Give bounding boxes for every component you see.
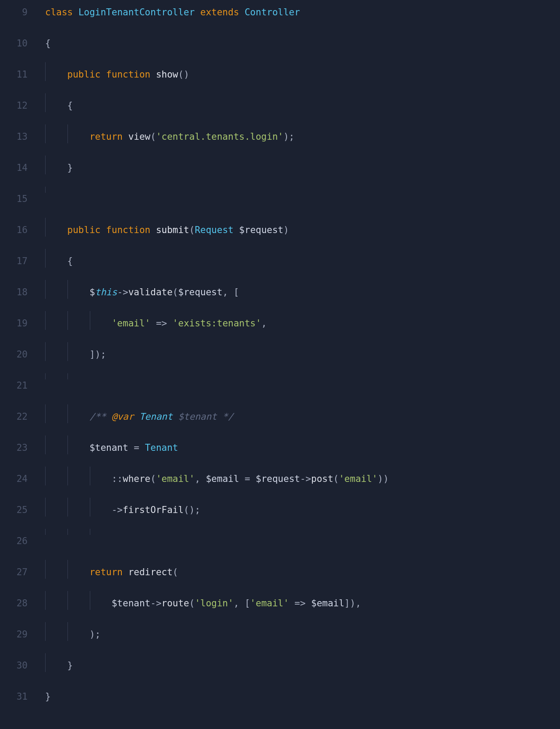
code-content[interactable]: class LoginTenantController extends Cont…: [37, 0, 560, 19]
code-content[interactable]: {: [37, 249, 560, 268]
token-var: $: [89, 287, 95, 297]
code-content[interactable]: [37, 373, 560, 379]
code-content[interactable]: {: [37, 93, 560, 112]
line-number: 15: [0, 187, 37, 205]
code-content[interactable]: {: [37, 31, 560, 50]
code-content[interactable]: return view('central.tenants.login');: [37, 124, 560, 143]
token-punc: {: [67, 100, 73, 111]
token-punc: }: [45, 691, 51, 702]
line-number: 10: [0, 31, 37, 50]
code-line[interactable]: 17 {: [0, 249, 560, 280]
token-var: $tenant: [112, 598, 151, 609]
code-line[interactable]: 28 $tenant->route('login', ['email' => $…: [0, 591, 560, 622]
code-line[interactable]: 18 $this->validate($request, [: [0, 280, 560, 311]
token-plain: [45, 474, 112, 484]
token-plain: [100, 225, 106, 235]
token-kw-class: extends: [200, 7, 239, 18]
code-line[interactable]: 19 'email' => 'exists:tenants',: [0, 311, 560, 342]
token-plain: [289, 598, 294, 609]
token-this: this: [95, 287, 117, 297]
code-content[interactable]: $tenant->route('login', ['email' => $ema…: [37, 591, 560, 610]
code-content[interactable]: return redirect(: [37, 560, 560, 579]
token-fn-call: route: [162, 598, 189, 609]
code-content[interactable]: ->firstOrFail();: [37, 498, 560, 517]
token-plain: [45, 349, 89, 360]
code-content[interactable]: }: [37, 653, 560, 672]
code-line[interactable]: 15: [0, 187, 560, 218]
token-cmt-tag: @var: [112, 411, 134, 422]
code-content[interactable]: $tenant = Tenant: [37, 435, 560, 454]
line-number: 14: [0, 156, 37, 174]
token-punc: ]);: [89, 349, 106, 360]
token-kw-func: function: [106, 225, 150, 235]
line-number: 11: [0, 62, 37, 81]
token-punc: )): [378, 474, 389, 484]
token-op: =>: [294, 598, 305, 609]
code-line[interactable]: 16 public function submit(Request $reque…: [0, 218, 560, 249]
code-line[interactable]: 25 ->firstOrFail();: [0, 498, 560, 529]
code-line[interactable]: 14 }: [0, 156, 560, 187]
indent-guide: [90, 529, 90, 535]
code-content[interactable]: 'email' => 'exists:tenants',: [37, 311, 560, 330]
token-punc: }: [67, 163, 73, 173]
code-content[interactable]: $this->validate($request, [: [37, 280, 560, 299]
indent-guide: [45, 373, 46, 379]
token-plain: [45, 318, 112, 329]
token-punc: {: [67, 256, 73, 266]
code-line[interactable]: 26: [0, 529, 560, 560]
token-fn-call: redirect: [128, 567, 173, 577]
token-plain: [45, 225, 67, 235]
line-number: 19: [0, 311, 37, 330]
code-line[interactable]: 31}: [0, 684, 560, 715]
code-line[interactable]: 30 }: [0, 653, 560, 684]
token-plain: [45, 567, 89, 577]
token-punc: (: [189, 598, 195, 609]
token-op: =: [134, 442, 139, 453]
token-op: ->: [300, 474, 311, 484]
token-plain: [150, 225, 156, 235]
token-punc: }: [67, 660, 73, 671]
code-line[interactable]: 21: [0, 373, 560, 404]
code-content[interactable]: /** @var Tenant $tenant */: [37, 404, 560, 423]
code-content[interactable]: public function submit(Request $request): [37, 218, 560, 237]
code-line[interactable]: 27 return redirect(: [0, 560, 560, 591]
code-line[interactable]: 29 );: [0, 622, 560, 653]
token-plain: [250, 474, 256, 484]
code-line[interactable]: 9class LoginTenantController extends Con…: [0, 0, 560, 31]
code-content[interactable]: ::where('email', $email = $request->post…: [37, 467, 560, 485]
code-line[interactable]: 23 $tenant = Tenant: [0, 435, 560, 467]
code-content[interactable]: [37, 529, 560, 535]
code-line[interactable]: 20 ]);: [0, 342, 560, 373]
token-punc: (: [150, 131, 156, 142]
token-punc: );: [89, 629, 100, 640]
code-line[interactable]: 22 /** @var Tenant $tenant */: [0, 404, 560, 435]
code-line[interactable]: 13 return view('central.tenants.login');: [0, 124, 560, 156]
token-punc: ]),: [344, 598, 361, 609]
line-number: 13: [0, 124, 37, 143]
token-cls-name: Controller: [245, 7, 300, 18]
code-line[interactable]: 10{: [0, 31, 560, 62]
code-content[interactable]: [37, 187, 560, 193]
code-line[interactable]: 24 ::where('email', $email = $request->p…: [0, 467, 560, 498]
token-plain: [305, 598, 311, 609]
line-number: 16: [0, 218, 37, 237]
line-number: 31: [0, 684, 37, 703]
code-content[interactable]: );: [37, 622, 560, 641]
token-punc: ();: [184, 505, 200, 515]
code-line[interactable]: 11 public function show(): [0, 62, 560, 93]
token-punc: ,: [261, 318, 267, 329]
code-content[interactable]: ]);: [37, 342, 560, 361]
code-content[interactable]: }: [37, 684, 560, 703]
token-cmt: $tenant */: [173, 411, 234, 422]
line-number: 24: [0, 467, 37, 485]
token-op: =: [245, 474, 250, 484]
token-op: =>: [156, 318, 167, 329]
token-fn-call: post: [311, 474, 333, 484]
code-content[interactable]: public function show(): [37, 62, 560, 81]
code-editor[interactable]: 9class LoginTenantController extends Con…: [0, 0, 560, 715]
code-content[interactable]: }: [37, 156, 560, 174]
token-var: $request: [256, 474, 300, 484]
line-number: 30: [0, 653, 37, 672]
code-line[interactable]: 12 {: [0, 93, 560, 124]
token-fn-call: view: [128, 131, 151, 142]
